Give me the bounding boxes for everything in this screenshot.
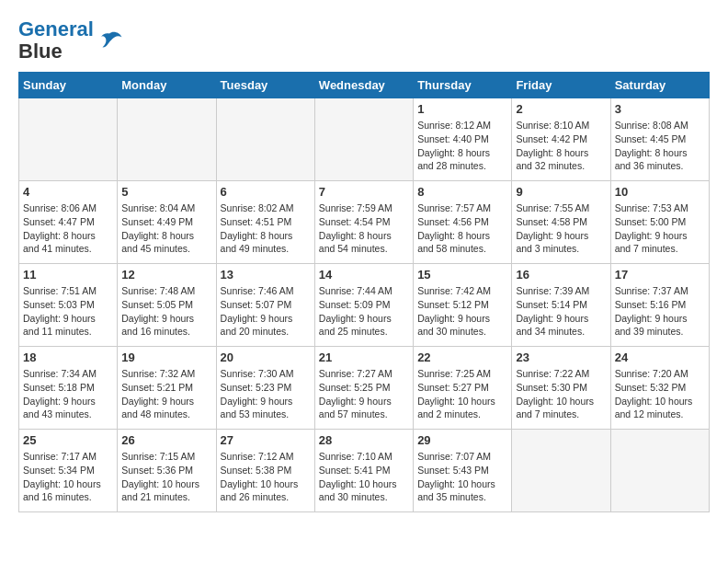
day-number: 28 [319,433,409,447]
day-number: 12 [121,268,211,282]
cell-data: Sunrise: 7:20 AM Sunset: 5:32 PM Dayligh… [615,367,705,421]
cell-data: Sunrise: 7:32 AM Sunset: 5:21 PM Dayligh… [121,367,211,421]
cell-data: Sunrise: 7:46 AM Sunset: 5:07 PM Dayligh… [221,284,311,339]
calendar-cell: 21Sunrise: 7:27 AM Sunset: 5:25 PM Dayli… [314,347,413,430]
day-number: 10 [615,185,705,199]
calendar-cell: 5Sunrise: 8:04 AM Sunset: 4:49 PM Daylig… [118,181,216,264]
calendar-cell: 14Sunrise: 7:44 AM Sunset: 5:09 PM Dayli… [314,264,413,347]
calendar-week-4: 18Sunrise: 7:34 AM Sunset: 5:18 PM Dayli… [19,347,710,430]
calendar-cell: 7Sunrise: 7:59 AM Sunset: 4:54 PM Daylig… [314,181,413,264]
logo-bird-icon [96,27,123,54]
day-number: 5 [121,185,211,199]
cell-data: Sunrise: 7:10 AM Sunset: 5:41 PM Dayligh… [319,450,409,504]
day-header-saturday: Saturday [610,73,709,98]
day-number: 4 [23,185,113,199]
calendar-week-5: 25Sunrise: 7:17 AM Sunset: 5:34 PM Dayli… [19,430,710,512]
calendar-table: SundayMondayTuesdayWednesdayThursdayFrid… [18,72,710,512]
page-header: GeneralBlue [18,18,710,63]
cell-data: Sunrise: 7:30 AM Sunset: 5:23 PM Dayligh… [221,367,311,421]
day-number: 1 [417,102,507,116]
day-header-friday: Friday [512,73,610,98]
cell-data: Sunrise: 7:34 AM Sunset: 5:18 PM Dayligh… [23,367,113,421]
calendar-cell: 6Sunrise: 8:02 AM Sunset: 4:51 PM Daylig… [216,181,314,264]
cell-data: Sunrise: 7:59 AM Sunset: 4:54 PM Dayligh… [319,201,409,256]
day-number: 11 [23,268,113,282]
calendar-header: SundayMondayTuesdayWednesdayThursdayFrid… [19,73,710,98]
day-number: 6 [221,185,311,199]
calendar-cell: 27Sunrise: 7:12 AM Sunset: 5:38 PM Dayli… [216,430,314,512]
calendar-cell [216,98,314,181]
day-number: 15 [417,268,507,282]
day-number: 2 [516,102,606,116]
calendar-cell [512,430,610,512]
day-header-sunday: Sunday [19,73,118,98]
calendar-cell: 17Sunrise: 7:37 AM Sunset: 5:16 PM Dayli… [610,264,709,347]
calendar-cell: 3Sunrise: 8:08 AM Sunset: 4:45 PM Daylig… [610,98,709,181]
day-number: 24 [615,350,705,364]
day-number: 21 [319,350,409,364]
calendar-cell: 8Sunrise: 7:57 AM Sunset: 4:56 PM Daylig… [414,181,512,264]
calendar-cell: 19Sunrise: 7:32 AM Sunset: 5:21 PM Dayli… [118,347,216,430]
calendar-week-2: 4Sunrise: 8:06 AM Sunset: 4:47 PM Daylig… [19,181,710,264]
day-number: 18 [23,350,113,364]
cell-data: Sunrise: 8:12 AM Sunset: 4:40 PM Dayligh… [417,119,507,173]
cell-data: Sunrise: 7:39 AM Sunset: 5:14 PM Dayligh… [516,284,606,339]
logo: GeneralBlue [18,18,123,63]
day-number: 17 [615,268,705,282]
cell-data: Sunrise: 7:17 AM Sunset: 5:34 PM Dayligh… [23,450,113,504]
day-number: 22 [417,350,507,364]
calendar-cell [118,98,216,181]
cell-data: Sunrise: 8:10 AM Sunset: 4:42 PM Dayligh… [516,119,606,173]
calendar-cell: 1Sunrise: 8:12 AM Sunset: 4:40 PM Daylig… [414,98,512,181]
calendar-cell: 2Sunrise: 8:10 AM Sunset: 4:42 PM Daylig… [512,98,610,181]
cell-data: Sunrise: 8:06 AM Sunset: 4:47 PM Dayligh… [23,201,113,256]
day-number: 27 [221,433,311,447]
calendar-cell: 18Sunrise: 7:34 AM Sunset: 5:18 PM Dayli… [19,347,118,430]
cell-data: Sunrise: 7:12 AM Sunset: 5:38 PM Dayligh… [221,450,311,504]
calendar-cell: 15Sunrise: 7:42 AM Sunset: 5:12 PM Dayli… [414,264,512,347]
calendar-cell: 9Sunrise: 7:55 AM Sunset: 4:58 PM Daylig… [512,181,610,264]
day-number: 25 [23,433,113,447]
day-number: 16 [516,268,606,282]
cell-data: Sunrise: 7:07 AM Sunset: 5:43 PM Dayligh… [417,450,507,504]
cell-data: Sunrise: 8:04 AM Sunset: 4:49 PM Dayligh… [121,201,211,256]
day-number: 20 [221,350,311,364]
calendar-cell: 26Sunrise: 7:15 AM Sunset: 5:36 PM Dayli… [118,430,216,512]
calendar-cell [19,98,118,181]
calendar-cell: 23Sunrise: 7:22 AM Sunset: 5:30 PM Dayli… [512,347,610,430]
cell-data: Sunrise: 7:15 AM Sunset: 5:36 PM Dayligh… [121,450,211,504]
cell-data: Sunrise: 7:57 AM Sunset: 4:56 PM Dayligh… [417,201,507,256]
cell-data: Sunrise: 7:25 AM Sunset: 5:27 PM Dayligh… [417,367,507,421]
calendar-week-1: 1Sunrise: 8:12 AM Sunset: 4:40 PM Daylig… [19,98,710,181]
calendar-cell: 11Sunrise: 7:51 AM Sunset: 5:03 PM Dayli… [19,264,118,347]
calendar-cell: 24Sunrise: 7:20 AM Sunset: 5:32 PM Dayli… [610,347,709,430]
calendar-week-3: 11Sunrise: 7:51 AM Sunset: 5:03 PM Dayli… [19,264,710,347]
cell-data: Sunrise: 7:55 AM Sunset: 4:58 PM Dayligh… [516,201,606,256]
cell-data: Sunrise: 7:53 AM Sunset: 5:00 PM Dayligh… [615,201,705,256]
day-number: 7 [319,185,409,199]
day-number: 3 [615,102,705,116]
day-number: 23 [516,350,606,364]
calendar-cell: 22Sunrise: 7:25 AM Sunset: 5:27 PM Dayli… [414,347,512,430]
cell-data: Sunrise: 7:51 AM Sunset: 5:03 PM Dayligh… [23,284,113,339]
day-header-thursday: Thursday [414,73,512,98]
calendar-cell: 28Sunrise: 7:10 AM Sunset: 5:41 PM Dayli… [314,430,413,512]
logo-text: GeneralBlue [18,18,94,63]
cell-data: Sunrise: 8:08 AM Sunset: 4:45 PM Dayligh… [615,119,705,173]
calendar-cell: 20Sunrise: 7:30 AM Sunset: 5:23 PM Dayli… [216,347,314,430]
day-header-tuesday: Tuesday [216,73,314,98]
day-header-monday: Monday [118,73,216,98]
day-number: 29 [417,433,507,447]
day-number: 8 [417,185,507,199]
calendar-cell [314,98,413,181]
calendar-cell: 10Sunrise: 7:53 AM Sunset: 5:00 PM Dayli… [610,181,709,264]
day-number: 19 [121,350,211,364]
day-number: 13 [221,268,311,282]
day-header-wednesday: Wednesday [314,73,413,98]
cell-data: Sunrise: 7:44 AM Sunset: 5:09 PM Dayligh… [319,284,409,339]
cell-data: Sunrise: 7:37 AM Sunset: 5:16 PM Dayligh… [615,284,705,339]
cell-data: Sunrise: 7:42 AM Sunset: 5:12 PM Dayligh… [417,284,507,339]
calendar-cell: 29Sunrise: 7:07 AM Sunset: 5:43 PM Dayli… [414,430,512,512]
calendar-cell: 13Sunrise: 7:46 AM Sunset: 5:07 PM Dayli… [216,264,314,347]
day-number: 9 [516,185,606,199]
